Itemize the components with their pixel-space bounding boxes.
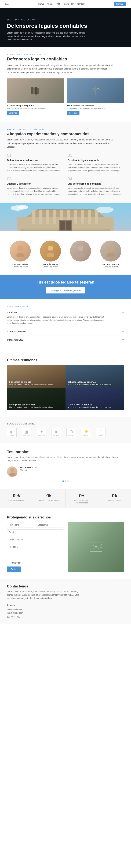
meeting-title-3: Protegiendo sus derechos [9, 404, 63, 406]
hero-tag: JUSTICIA Y PROTECCIÓN [7, 19, 124, 21]
feature-grid: 01 Defendiendo sus derechos Lorem ipsum … [7, 153, 124, 196]
svg-point-39 [108, 246, 113, 251]
person-silhouette-4 [105, 245, 116, 257]
img-caption-1: Excelencia legal asegurada [7, 104, 64, 107]
meeting-sub-2: Al vero eos et accusam et justo duo dolo… [68, 383, 122, 385]
img-sub-2: Sample text. Click to select the Text El… [67, 107, 124, 110]
feature-title-1: Defendiendo sus derechos [7, 159, 63, 162]
service-corporate-header[interactable]: Corporate Law ∨ [7, 338, 124, 341]
img-btn-1[interactable]: Leer más [7, 111, 19, 115]
img-card-2: Defendiendo sus derechos Sample text. Cl… [67, 79, 124, 115]
feature-text-3: Lorem ipsum dolor sit amet, consectetuer… [7, 187, 63, 196]
newsletter-checkbox[interactable] [7, 562, 9, 564]
nav-faq[interactable]: FAQ [56, 3, 60, 5]
nav-cta-button[interactable]: Contact [114, 2, 126, 6]
hero-section: JUSTICIA Y PROTECCIÓN Defensores legales… [0, 8, 131, 46]
feature-4: 04 Sus defensores de confianza Lorem ips… [68, 177, 124, 196]
meetings-title: Últimas reuniones [7, 358, 124, 362]
service-civil-header[interactable]: Civil Law ∨ [7, 311, 124, 314]
meeting-sub-3: Al vero eos et accusam et justo duo dolo… [9, 406, 63, 408]
partner-3: ✦CONTACT [37, 428, 46, 437]
contact-form-section: Protegiendo sus derechos Newsletter Envi… [0, 508, 131, 579]
svg-point-36 [49, 250, 52, 252]
map-placeholder [68, 522, 124, 572]
meeting-title-1: Sus socios de justicia [9, 381, 63, 383]
message-input[interactable] [7, 544, 63, 560]
team-name-1: CELIA ALMEDA [7, 263, 34, 266]
feature-title-2: Excelencia legal asegurada [68, 159, 124, 162]
dot-1[interactable] [62, 480, 64, 482]
nav-logo: logo [5, 3, 9, 5]
chevron-down-icon: ∨ [122, 311, 124, 314]
svg-rect-25 [88, 210, 91, 224]
stat-label-1: Clientes satisfechos [3, 499, 29, 502]
svg-rect-30 [60, 221, 65, 230]
courthouse-svg [0, 203, 131, 231]
soluciones-label: SOLUCIONES LEGALES EXPERTAS [7, 54, 124, 56]
lawyers-desc: Lorem ipsum dolor sit amet, consectetuer… [7, 138, 115, 149]
dot-2[interactable] [65, 480, 66, 482]
feature-num-2: 02 [68, 153, 124, 158]
feature-num-3: 03 [7, 177, 63, 181]
team-member-1: CELIA ALMEDA Gerente de oficina [7, 241, 34, 268]
chevron-right-icon: ∨ [122, 330, 124, 333]
submit-button[interactable]: Enviar [7, 566, 21, 572]
avatar-3 [70, 241, 91, 261]
svg-rect-19 [46, 210, 50, 224]
contact-title: Protegiendo sus derechos [7, 515, 124, 519]
nav-about[interactable]: About [47, 3, 53, 5]
cta-button[interactable]: Obtenga su consulta gratuita [46, 287, 85, 293]
team-role-1: Gerente de oficina [7, 266, 34, 268]
stat-num-4: 0k [102, 493, 128, 499]
svg-point-13 [96, 207, 113, 213]
feature-text-2: Lorem ipsum dolor sit amet, consectetuer… [68, 163, 124, 172]
svg-point-40 [107, 253, 114, 257]
svg-marker-15 [26, 210, 105, 217]
lawyers-label: SUS DEFENSORES DE CONFIANZA [7, 129, 124, 131]
last-name-input[interactable] [36, 522, 63, 528]
testimonials-title: Testimonios [7, 450, 124, 454]
email-input[interactable] [7, 529, 63, 535]
img-card-1: Excelencia legal asegurada Sample text. … [7, 79, 64, 115]
feature-1: 01 Defendiendo sus derechos Lorem ipsum … [7, 153, 63, 172]
person-silhouette-3 [75, 245, 86, 257]
law-books-icon [30, 86, 41, 96]
person-silhouette-2 [45, 245, 56, 257]
svg-point-44 [95, 546, 97, 548]
team-section: CELIA ALMEDA Gerente de oficina JACK ÁLV… [0, 231, 131, 275]
meeting-card-4: MARCH FOR OUR LIVES Al vero eos et accus… [66, 388, 124, 410]
footer-email-1: info@mysite.com [7, 608, 23, 610]
nav-home[interactable]: Home [38, 3, 44, 5]
service-criminal-header[interactable]: Criminal Defense ∨ [7, 330, 124, 333]
partner-4: ◈CONTACT [52, 428, 61, 437]
img-btn-2[interactable]: Leer más [67, 111, 79, 115]
newsletter-row: Newsletter [7, 562, 63, 564]
footer-title: Contáctenos [7, 584, 124, 588]
svg-rect-26 [95, 210, 98, 224]
phone-input[interactable] [7, 537, 63, 542]
team-role-nat: Contador-auditor [97, 266, 124, 268]
team-member-2: JACK ÁLVAREZ Gerente de ventas [37, 241, 64, 268]
stat-1: 0% Clientes satisfechos [0, 489, 33, 508]
first-name-input[interactable] [7, 522, 34, 528]
feature-2: 02 Excelencia legal asegurada Lorem ipsu… [68, 153, 124, 172]
img-placeholder-1 [7, 79, 64, 103]
justice-scale-icon [91, 86, 100, 96]
stat-num-3: 0+ [69, 493, 95, 499]
soluciones-title: Defensores legales confiables [7, 57, 124, 61]
meeting-sub-1: Al vero eos et accusam et justo duo dolo… [9, 383, 63, 385]
testimonial-avatar [7, 466, 18, 477]
service-civil-title: Civil Law [7, 311, 17, 314]
stat-label-2: Satisfacción de los clientes [36, 499, 62, 502]
service-civil-law: Civil Law ∨ Lorem ipsum dolor sit amet, … [7, 308, 124, 328]
svg-point-33 [17, 253, 24, 257]
cta-section: Tus escudos legales te esperan Obtenga s… [0, 275, 131, 299]
service-corporate-title: Corporate Law [7, 339, 23, 341]
nav-pricing[interactable]: Pricing Plan [63, 3, 74, 5]
courthouse-image [0, 203, 131, 231]
meeting-card-2: Soluciones legales expertas Al vero eos … [66, 365, 124, 388]
nav-contact[interactable]: Contact [77, 3, 85, 5]
dot-3[interactable] [67, 480, 69, 482]
testimonial-text: NAT REYNOLDS Gerente [20, 466, 37, 471]
partner-6: ⚡CONTACT [81, 428, 91, 437]
